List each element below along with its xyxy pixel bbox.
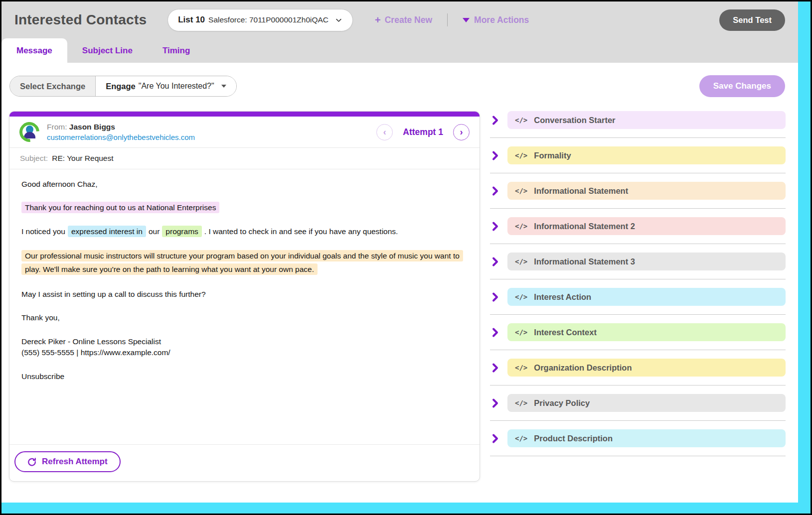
- token-label: Interest Context: [534, 328, 597, 337]
- refresh-attempt-button[interactable]: Refresh Attempt: [14, 451, 121, 472]
- token-divider: [490, 385, 786, 386]
- tab-timing[interactable]: Timing: [148, 38, 205, 63]
- token-item: </> Informational Statement 3: [490, 253, 786, 279]
- token-item: </> Organization Description: [490, 359, 786, 386]
- token-label: Conversation Starter: [534, 116, 615, 125]
- chevron-right-icon[interactable]: [490, 292, 500, 302]
- token-bar[interactable]: </> Organization Description: [507, 359, 786, 377]
- chevron-right-icon[interactable]: [490, 150, 500, 161]
- token-label: Informational Statement: [534, 186, 628, 196]
- caret-down-icon: [221, 85, 226, 88]
- more-actions-button[interactable]: More Actions: [463, 15, 529, 25]
- chevron-right-icon[interactable]: [490, 221, 500, 232]
- list-selector-name: List 10: [178, 15, 205, 25]
- token-divider: [490, 279, 786, 279]
- chevron-right-icon[interactable]: [490, 186, 500, 196]
- chevron-down-icon: [335, 16, 342, 24]
- avatar-ring-icon: [15, 118, 43, 146]
- token-bar[interactable]: </> Formality: [507, 146, 786, 164]
- from-label: From:: [47, 123, 67, 131]
- token-bar[interactable]: </> Interest Context: [507, 323, 786, 341]
- token-label: Informational Statement 2: [534, 222, 635, 231]
- code-icon: </>: [515, 328, 527, 336]
- token-bar[interactable]: </> Informational Statement 2: [507, 217, 786, 235]
- token-item: </> Conversation Starter: [490, 111, 786, 138]
- token-label: Privacy Policy: [534, 398, 590, 408]
- token-item: </> Informational Statement 2: [490, 217, 786, 244]
- code-icon: </>: [515, 399, 527, 407]
- select-exchange-label: Select Exchange: [10, 76, 96, 96]
- email-greeting: Good afternoon Chaz,: [21, 179, 468, 190]
- email-preview-card: From: Jason Biggs customerrelations@only…: [9, 111, 480, 482]
- more-actions-label: More Actions: [474, 15, 529, 25]
- next-attempt-button[interactable]: ›: [453, 124, 470, 140]
- previous-attempt-button[interactable]: ‹: [376, 124, 393, 140]
- token-item: </> Formality: [490, 146, 786, 173]
- email-closing: Thank you,: [21, 312, 468, 323]
- code-icon: </>: [515, 187, 527, 195]
- code-icon: </>: [515, 116, 527, 124]
- desktop-background: Interested Contacts List 10 Salesforce: …: [1, 1, 811, 514]
- token-item: </> Interest Context: [490, 323, 786, 350]
- save-changes-button[interactable]: Save Changes: [699, 75, 785, 97]
- interest-context-highlight[interactable]: programs: [162, 226, 201, 237]
- chevron-right-icon[interactable]: [490, 433, 500, 444]
- from-block: From: Jason Biggs customerrelations@only…: [47, 123, 195, 141]
- interest-sentence: I noticed youexpressed interest inourpro…: [21, 226, 468, 237]
- email-body: Good afternoon Chaz, Thank you for reach…: [9, 169, 480, 444]
- from-name: Jason Biggs: [69, 123, 115, 131]
- token-divider: [490, 173, 786, 173]
- refresh-icon: [27, 457, 36, 466]
- code-icon: </>: [515, 364, 527, 372]
- token-label: Product Description: [534, 434, 613, 443]
- token-bar[interactable]: </> Interest Action: [507, 288, 786, 306]
- content-area: Select Exchange Engage "Are You Interest…: [1, 63, 798, 503]
- code-icon: </>: [515, 293, 527, 301]
- from-email-link[interactable]: customerrelations@onlythebestvehicles.co…: [47, 133, 195, 141]
- token-divider: [490, 420, 786, 421]
- tab-bar: Message Subject Line Timing: [1, 38, 798, 63]
- subject-label: Subject:: [20, 154, 48, 162]
- informational-statement-highlight[interactable]: Our professional music instructors will …: [21, 250, 463, 275]
- token-sidebar: </> Conversation Starter </> Formality: [490, 111, 786, 465]
- toolbar-row: Select Exchange Engage "Are You Interest…: [9, 75, 785, 97]
- token-bar[interactable]: </> Privacy Policy: [507, 394, 786, 412]
- token-item: </> Privacy Policy: [490, 394, 786, 421]
- chevron-right-icon[interactable]: [490, 257, 500, 267]
- email-header: From: Jason Biggs customerrelations@only…: [9, 117, 480, 147]
- create-new-label: Create New: [385, 15, 432, 25]
- token-label: Formality: [534, 151, 571, 160]
- page-title: Interested Contacts: [14, 12, 147, 28]
- caret-down-icon: [463, 18, 470, 22]
- chevron-right-icon[interactable]: [490, 327, 500, 338]
- token-item: </> Product Description: [490, 429, 786, 456]
- code-icon: </>: [515, 222, 527, 230]
- token-divider: [490, 350, 786, 350]
- chevron-right-icon[interactable]: [490, 115, 500, 126]
- token-bar[interactable]: </> Informational Statement 3: [507, 253, 786, 270]
- conversation-starter-highlight[interactable]: Thank you for reaching out to us at Nati…: [21, 202, 219, 213]
- interest-action-highlight[interactable]: expressed interest in: [68, 226, 146, 237]
- chevron-right-icon: ›: [460, 128, 463, 136]
- email-signature: Dereck Piker - Online Lessons Specialist…: [21, 336, 468, 359]
- app-window: Interested Contacts List 10 Salesforce: …: [1, 1, 798, 503]
- code-icon: </>: [515, 434, 527, 442]
- token-divider: [490, 137, 786, 138]
- token-bar[interactable]: </> Product Description: [507, 429, 786, 447]
- token-bar[interactable]: </> Conversation Starter: [507, 111, 786, 129]
- tab-message[interactable]: Message: [1, 38, 67, 63]
- create-new-button[interactable]: + Create New: [375, 15, 432, 25]
- token-label: Informational Statement 3: [534, 257, 635, 266]
- select-exchange-dropdown[interactable]: Select Exchange Engage "Are You Interest…: [9, 76, 237, 97]
- unsubscribe-link[interactable]: Unsubscribe: [21, 371, 468, 382]
- subject-row: Subject: RE: Your Request: [9, 147, 480, 169]
- token-divider: [490, 244, 786, 244]
- chevron-right-icon[interactable]: [490, 398, 500, 408]
- list-selector-dropdown[interactable]: List 10 Salesforce: 7011P000001Zh0iQAC: [167, 9, 353, 31]
- send-test-button[interactable]: Send Test: [719, 9, 785, 31]
- token-bar[interactable]: </> Informational Statement: [507, 182, 786, 200]
- chevron-left-icon: ‹: [383, 128, 386, 136]
- chevron-right-icon[interactable]: [490, 363, 500, 373]
- attempt-navigation: ‹ Attempt 1 ›: [376, 124, 470, 140]
- tab-subject-line[interactable]: Subject Line: [67, 38, 148, 63]
